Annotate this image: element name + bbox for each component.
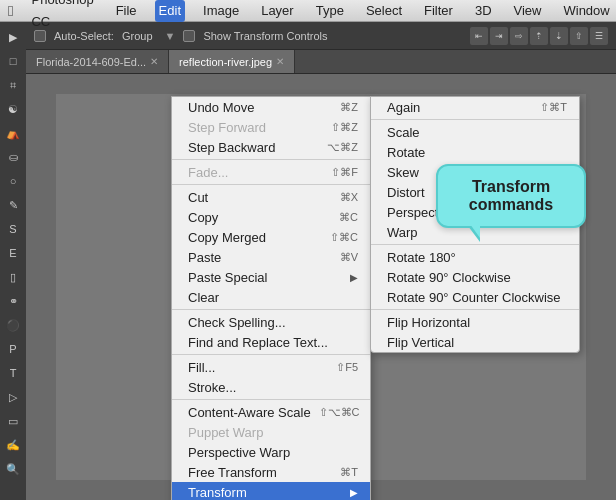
menu-item-copy-merged[interactable]: Copy Merged⇧⌘C: [172, 227, 370, 247]
menu-layer[interactable]: Layer: [257, 0, 298, 22]
align-middle-icon[interactable]: ⇣: [550, 27, 568, 45]
apple-menu[interactable]: : [8, 2, 13, 19]
menu-item-content-aware-scale[interactable]: Content-Aware Scale⇧⌥⌘C: [172, 402, 370, 422]
menu-item-label: Fill...: [188, 360, 328, 375]
menu-filter[interactable]: Filter: [420, 0, 457, 22]
menu-item-step-backward[interactable]: Step Backward⌥⌘Z: [172, 137, 370, 157]
transform-item-label: Again: [387, 100, 532, 115]
menu-edit[interactable]: Edit: [155, 0, 185, 22]
shape-tool[interactable]: ▭: [2, 410, 24, 432]
crop-tool[interactable]: ⛺: [2, 122, 24, 144]
type-tool[interactable]: T: [2, 362, 24, 384]
menu-item-label: Copy: [188, 210, 331, 225]
transform-item-flip-vertical[interactable]: Flip Vertical: [371, 332, 579, 352]
menu-item-label: Free Transform: [188, 465, 332, 480]
quick-select-tool[interactable]: ☯: [2, 98, 24, 120]
menu-divider: [172, 399, 370, 400]
healing-tool[interactable]: ○: [2, 170, 24, 192]
menu-item-copy[interactable]: Copy⌘C: [172, 207, 370, 227]
menu-item-shortcut: ⌘V: [340, 251, 358, 264]
dodge-tool[interactable]: ⚫: [2, 314, 24, 336]
menu-item-label: Find and Replace Text...: [188, 335, 358, 350]
menu-divider: [371, 119, 579, 120]
hand-tool[interactable]: ✍: [2, 434, 24, 456]
menu-divider: [172, 309, 370, 310]
transform-item-label: Rotate 90° Counter Clockwise: [387, 290, 567, 305]
transform-item-label: Perspective: [387, 205, 567, 220]
gradient-tool[interactable]: ▯: [2, 266, 24, 288]
menu-item-label: Transform: [188, 485, 350, 500]
menu-item-shortcut: ⌘C: [339, 211, 358, 224]
menu-item-shortcut: ⇧⌘Z: [331, 121, 358, 134]
transform-item-distort[interactable]: Distort: [371, 182, 579, 202]
menu-item-label: Clear: [188, 290, 358, 305]
menu-view[interactable]: View: [510, 0, 546, 22]
menu-item-transform[interactable]: Transform▶: [172, 482, 370, 500]
menu-item-clear[interactable]: Clear: [172, 287, 370, 307]
transform-item-again[interactable]: Again⇧⌘T: [371, 97, 579, 117]
move-tool[interactable]: ▶: [2, 26, 24, 48]
menu-item-label: Stroke...: [188, 380, 358, 395]
menu-item-find-and-replace-text---[interactable]: Find and Replace Text...: [172, 332, 370, 352]
lasso-tool[interactable]: ⌗: [2, 74, 24, 96]
zoom-tool[interactable]: 🔍: [2, 458, 24, 480]
menu-item-label: Copy Merged: [188, 230, 322, 245]
menu-image[interactable]: Image: [199, 0, 243, 22]
transform-item-rotate-----counter-clockwise[interactable]: Rotate 90° Counter Clockwise: [371, 287, 579, 307]
transform-item-warp[interactable]: Warp: [371, 222, 579, 242]
distribute-icon[interactable]: ☰: [590, 27, 608, 45]
transform-checkbox[interactable]: [183, 30, 195, 42]
menu-item-label: Paste: [188, 250, 332, 265]
menu-item-paste[interactable]: Paste⌘V: [172, 247, 370, 267]
menu-item-fill---[interactable]: Fill...⇧F5: [172, 357, 370, 377]
transform-item-perspective[interactable]: Perspective: [371, 202, 579, 222]
tab-florida-label: Florida-2014-609-Ed...: [36, 56, 146, 68]
menu-photoshop[interactable]: Photoshop CC: [27, 0, 97, 33]
menu-divider: [172, 159, 370, 160]
path-tool[interactable]: ▷: [2, 386, 24, 408]
menu-select[interactable]: Select: [362, 0, 406, 22]
menu-item-stroke---[interactable]: Stroke...: [172, 377, 370, 397]
menu-item-label: Check Spelling...: [188, 315, 358, 330]
transform-item-flip-horizontal[interactable]: Flip Horizontal: [371, 312, 579, 332]
transform-item-rotate-----[interactable]: Rotate 180°: [371, 247, 579, 267]
menu-bar:  Photoshop CC File Edit Image Layer Typ…: [0, 0, 616, 22]
menu-item-shortcut: ⌥⌘Z: [327, 141, 358, 154]
transform-item-label: Rotate 180°: [387, 250, 567, 265]
menu-file[interactable]: File: [112, 0, 141, 22]
blur-tool[interactable]: ⚭: [2, 290, 24, 312]
eraser-tool[interactable]: E: [2, 242, 24, 264]
marquee-tool[interactable]: □: [2, 50, 24, 72]
transform-item-rotate[interactable]: Rotate: [371, 142, 579, 162]
tab-reflection[interactable]: reflection-river.jpeg ✕: [169, 50, 295, 73]
align-top-icon[interactable]: ⇡: [530, 27, 548, 45]
menu-type[interactable]: Type: [312, 0, 348, 22]
transform-item-label: Rotate: [387, 145, 567, 160]
eyedropper-tool[interactable]: ⛀: [2, 146, 24, 168]
menu-divider: [371, 309, 579, 310]
menu-item-cut[interactable]: Cut⌘X: [172, 187, 370, 207]
menu-item-check-spelling---[interactable]: Check Spelling...: [172, 312, 370, 332]
transform-item-rotate-----clockwise[interactable]: Rotate 90° Clockwise: [371, 267, 579, 287]
tab-florida-close[interactable]: ✕: [150, 56, 158, 67]
document-tabs: Florida-2014-609-Ed... ✕ reflection-rive…: [26, 50, 616, 74]
menu-item-perspective-warp[interactable]: Perspective Warp: [172, 442, 370, 462]
pen-tool[interactable]: P: [2, 338, 24, 360]
menu-divider: [371, 244, 579, 245]
tab-reflection-close[interactable]: ✕: [276, 56, 284, 67]
align-left-icon[interactable]: ⇤: [470, 27, 488, 45]
tab-florida[interactable]: Florida-2014-609-Ed... ✕: [26, 50, 169, 73]
menu-item-paste-special[interactable]: Paste Special▶: [172, 267, 370, 287]
transform-item-skew[interactable]: Skew: [371, 162, 579, 182]
align-center-icon[interactable]: ⇥: [490, 27, 508, 45]
menu-window[interactable]: Window: [559, 0, 613, 22]
edit-menu-dropdown: Undo Move⌘ZStep Forward⇧⌘ZStep Backward⌥…: [171, 96, 371, 500]
menu-item-undo-move[interactable]: Undo Move⌘Z: [172, 97, 370, 117]
clone-tool[interactable]: S: [2, 218, 24, 240]
transform-item-scale[interactable]: Scale: [371, 122, 579, 142]
menu-3d[interactable]: 3D: [471, 0, 496, 22]
brush-tool[interactable]: ✎: [2, 194, 24, 216]
align-bottom-icon[interactable]: ⇧: [570, 27, 588, 45]
menu-item-free-transform[interactable]: Free Transform⌘T: [172, 462, 370, 482]
align-right-icon[interactable]: ⇨: [510, 27, 528, 45]
